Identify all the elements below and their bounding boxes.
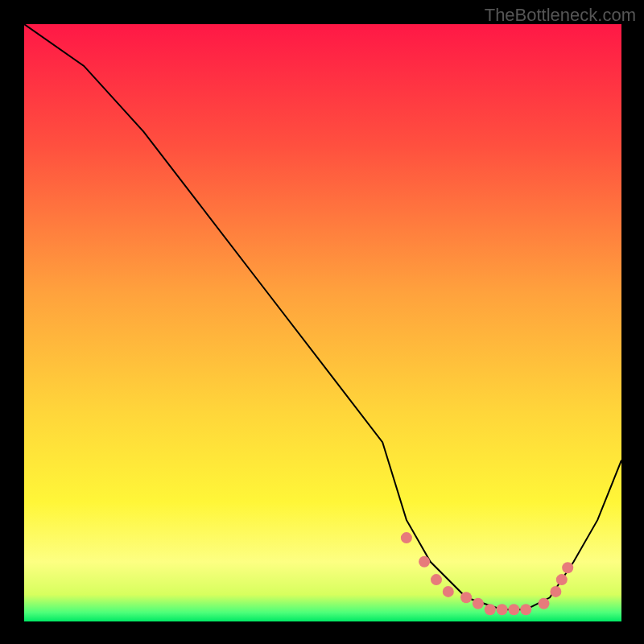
highlight-point: [508, 604, 519, 615]
gradient-background: [24, 24, 621, 621]
highlight-point: [443, 586, 454, 597]
highlight-point: [485, 604, 496, 615]
highlight-point: [539, 598, 550, 609]
highlight-point: [401, 532, 412, 543]
highlight-point: [419, 556, 430, 568]
chart-svg: [24, 24, 621, 621]
highlight-point: [556, 574, 568, 585]
plot-area: [24, 24, 621, 621]
chart-container: TheBottleneck.com: [0, 0, 644, 644]
highlight-point: [520, 604, 531, 615]
watermark-label: TheBottleneck.com: [485, 5, 636, 26]
highlight-point: [460, 592, 472, 603]
highlight-point: [550, 586, 561, 597]
highlight-point: [562, 562, 573, 573]
highlight-point: [497, 604, 508, 615]
highlight-point: [431, 574, 442, 585]
highlight-point: [473, 598, 484, 609]
